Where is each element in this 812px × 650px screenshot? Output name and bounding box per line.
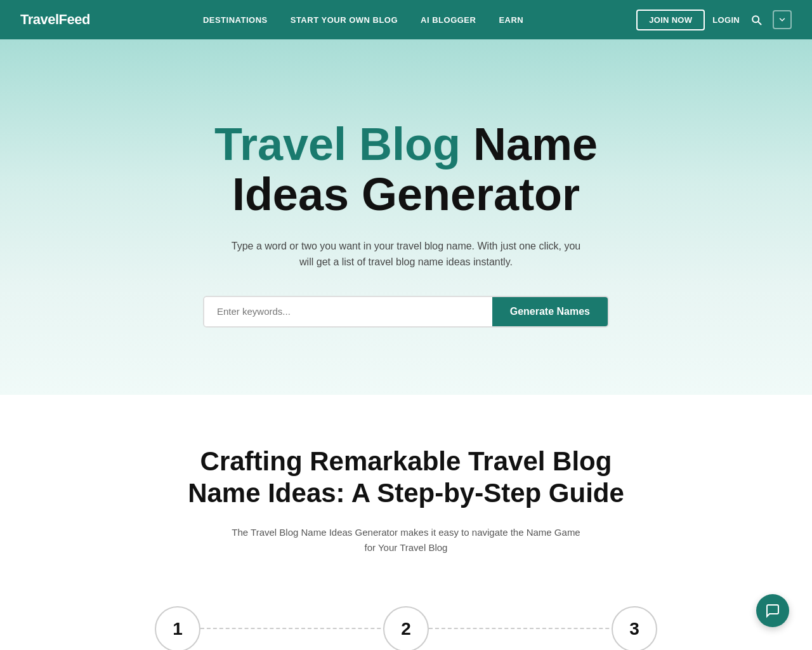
- search-button[interactable]: [747, 11, 765, 29]
- nav-item-ai-blogger[interactable]: AI BLOGGER: [421, 14, 476, 25]
- hero-title-highlight: Travel Blog: [214, 119, 461, 169]
- login-button[interactable]: LOGIN: [712, 15, 740, 25]
- step-3-circle: 3: [612, 606, 657, 650]
- nav-item-destinations[interactable]: DESTINATIONS: [203, 14, 268, 25]
- navbar: TravelFeed DESTINATIONS START YOUR OWN B…: [0, 0, 812, 39]
- nav-links: DESTINATIONS START YOUR OWN BLOG AI BLOG…: [203, 14, 523, 25]
- more-menu-button[interactable]: [773, 10, 792, 29]
- join-now-button[interactable]: JOIN NOW: [636, 10, 705, 30]
- step-2-number: 2: [401, 619, 411, 639]
- generate-names-button[interactable]: Generate Names: [492, 297, 608, 326]
- hero-section: Travel Blog NameIdeas Generator Type a w…: [0, 39, 812, 395]
- hero-subtitle: Type a word or two you want in your trav…: [228, 238, 584, 270]
- step-2-circle: 2: [383, 606, 429, 650]
- navbar-actions: JOIN NOW LOGIN: [636, 10, 792, 30]
- keywords-input[interactable]: [204, 297, 492, 326]
- guide-title: Crafting Remarkable Travel Blog Name Ide…: [184, 446, 628, 510]
- guide-section: Crafting Remarkable Travel Blog Name Ide…: [0, 395, 812, 650]
- keyword-search-bar: Generate Names: [203, 296, 609, 328]
- search-icon: [750, 13, 763, 26]
- hero-title: Travel Blog NameIdeas Generator: [214, 119, 598, 220]
- guide-subtitle: The Travel Blog Name Ideas Generator mak…: [228, 525, 584, 555]
- nav-item-earn[interactable]: EARN: [499, 14, 523, 25]
- step-3-number: 3: [629, 619, 639, 639]
- chevron-down-icon: [778, 15, 787, 24]
- brand-logo[interactable]: TravelFeed: [20, 11, 90, 28]
- chat-icon: [765, 603, 780, 618]
- step-1-circle: 1: [155, 606, 200, 650]
- nav-item-start-blog[interactable]: START YOUR OWN BLOG: [291, 14, 398, 25]
- chat-widget-button[interactable]: [756, 594, 789, 627]
- step-1-number: 1: [173, 619, 183, 639]
- steps-row: 1 2 3: [13, 594, 799, 650]
- step-1: 1: [63, 606, 292, 650]
